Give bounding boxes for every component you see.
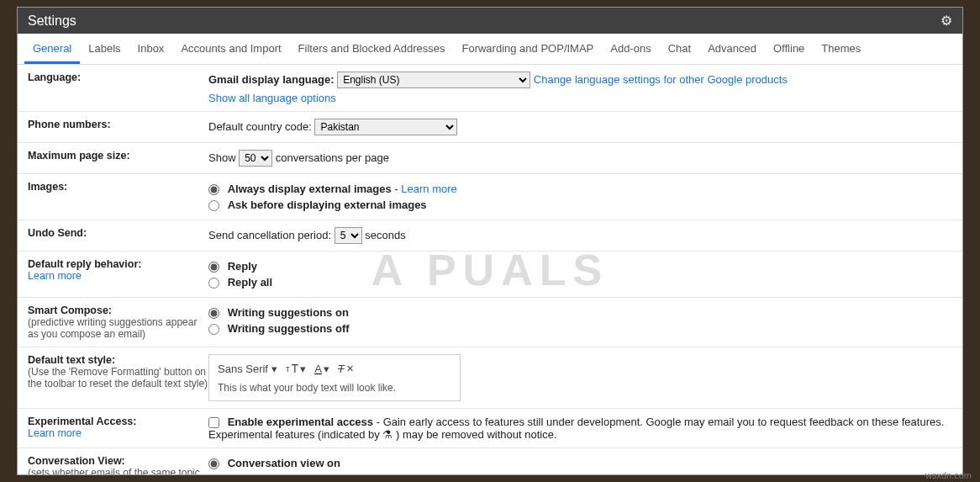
country-code-select[interactable]: Pakistan: [314, 119, 457, 135]
smart-opt2: Writing suggestions off: [228, 322, 350, 335]
text-color-icon[interactable]: A ▾: [314, 363, 329, 375]
undo-suffix: seconds: [365, 229, 405, 241]
page-title: Settings: [28, 13, 76, 29]
conversation-sub: (sets whether emails of the same topic a…: [28, 467, 208, 474]
settings-tabs: GeneralLabelsInboxAccounts and ImportFil…: [18, 34, 962, 65]
row-experimental: Experimental Access: Learn more Enable e…: [18, 409, 962, 448]
tab-filters-and-blocked-addresses[interactable]: Filters and Blocked Addresses: [290, 34, 454, 64]
images-opt1: Always display external images: [228, 183, 392, 195]
pagesize-suffix: conversations per page: [276, 151, 389, 164]
conv-opt2: Conversation view off: [228, 473, 341, 474]
checkbox-experimental[interactable]: [208, 417, 219, 428]
pagesize-select[interactable]: 50: [239, 150, 272, 167]
row-pagesize: Maximum page size: Show 50 conversations…: [18, 143, 962, 174]
textstyle-preview: This is what your body text will look li…: [218, 382, 451, 394]
reply-learn-more-link[interactable]: Learn more: [28, 270, 82, 282]
reply-opt2: Reply all: [228, 276, 272, 289]
reply-opt1: Reply: [228, 260, 257, 273]
smart-opt1: Writing suggestions on: [228, 306, 349, 319]
settings-header: Settings ⚙: [18, 8, 962, 34]
smart-sub: (predictive writing suggestions appear a…: [28, 316, 208, 340]
label-pagesize: Maximum page size:: [28, 150, 130, 162]
show-all-languages-link[interactable]: Show all language options: [208, 92, 336, 104]
label-reply: Default reply behavior:: [28, 258, 208, 270]
row-images: Images: Always display external images -…: [18, 174, 962, 220]
font-picker[interactable]: Sans Serif ▾: [218, 363, 277, 375]
undo-prefix: Send cancellation period:: [208, 229, 331, 241]
images-opt2: Ask before displaying external images: [228, 199, 427, 211]
row-undo: Undo Send: Send cancellation period: 5 s…: [18, 220, 962, 252]
tab-advanced[interactable]: Advanced: [699, 34, 765, 64]
row-textstyle: Default text style: (Use the 'Remove For…: [18, 347, 962, 409]
tab-add-ons[interactable]: Add-ons: [602, 34, 659, 64]
experimental-desc2: ) may be removed without notice.: [396, 428, 556, 441]
row-smart-compose: Smart Compose: (predictive writing sugge…: [18, 298, 962, 347]
undo-select[interactable]: 5: [335, 227, 362, 244]
label-phone: Phone numbers:: [28, 119, 111, 130]
label-language: Language:: [28, 72, 81, 83]
textstyle-box: Sans Serif ▾ тT ▾ A ▾ T✕ This is what yo…: [208, 354, 461, 401]
row-language: Language: Gmail display language: Englis…: [18, 65, 962, 112]
chevron-down-icon: ▾: [271, 363, 277, 375]
label-images: Images:: [28, 181, 67, 193]
radio-reply[interactable]: [208, 262, 219, 273]
label-textstyle: Default text style:: [28, 354, 208, 366]
radio-smart-on[interactable]: [208, 308, 219, 319]
tab-chat[interactable]: Chat: [660, 34, 699, 64]
text-size-icon[interactable]: тT ▾: [286, 362, 306, 375]
language-select[interactable]: English (US): [337, 72, 530, 88]
tab-forwarding-and-pop-imap[interactable]: Forwarding and POP/IMAP: [453, 34, 602, 64]
experimental-cb-label: Enable experimental access: [228, 416, 373, 428]
textstyle-sub: (Use the 'Remove Formatting' button on t…: [28, 366, 208, 389]
tab-themes[interactable]: Themes: [813, 34, 869, 64]
images-learn-more-link[interactable]: Learn more: [401, 183, 456, 195]
tab-inbox[interactable]: Inbox: [129, 34, 173, 64]
tab-labels[interactable]: Labels: [80, 34, 129, 64]
row-conversation: Conversation View: (sets whether emails …: [18, 448, 962, 474]
experimental-learn-more-link[interactable]: Learn more: [28, 427, 82, 439]
label-smart: Smart Compose:: [28, 305, 208, 316]
default-country-code-label: Default country code:: [208, 120, 312, 133]
gmail-display-language-label: Gmail display language:: [208, 73, 335, 86]
radio-reply-all[interactable]: [208, 278, 219, 289]
flask-icon: ⚗: [382, 428, 393, 441]
label-conversation: Conversation View:: [28, 455, 208, 467]
row-phone: Phone numbers: Default country code: Pak…: [18, 112, 962, 143]
settings-content: A PUALS Language: Gmail display language…: [18, 65, 962, 474]
gear-icon[interactable]: ⚙: [940, 13, 952, 29]
label-undo: Undo Send:: [28, 227, 87, 239]
row-reply: Default reply behavior: Learn more Reply…: [18, 252, 962, 298]
conv-opt1: Conversation view on: [228, 457, 340, 469]
radio-images-always[interactable]: [208, 184, 219, 195]
radio-conv-on[interactable]: [208, 458, 219, 469]
remove-formatting-icon[interactable]: T✕: [338, 363, 354, 375]
show-label: Show: [208, 151, 236, 164]
change-language-link[interactable]: Change language settings for other Googl…: [534, 73, 788, 86]
tab-general[interactable]: General: [24, 34, 80, 64]
label-experimental: Experimental Access:: [28, 416, 208, 427]
tab-accounts-and-import[interactable]: Accounts and Import: [172, 34, 289, 64]
radio-smart-off[interactable]: [208, 324, 219, 335]
footer-url: wsxdn.com: [925, 470, 972, 480]
radio-images-ask[interactable]: [208, 200, 219, 211]
tab-offline[interactable]: Offline: [765, 34, 813, 64]
